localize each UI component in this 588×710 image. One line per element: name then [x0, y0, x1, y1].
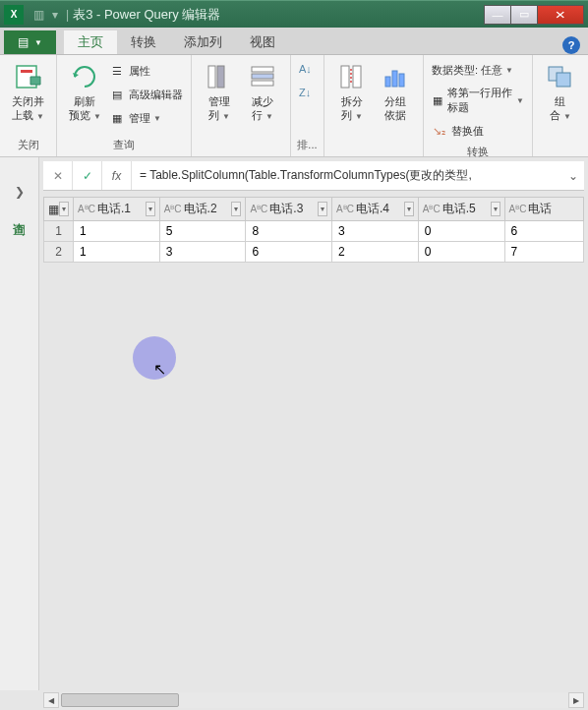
svg-rect-3	[217, 66, 224, 88]
svg-rect-5	[252, 74, 273, 79]
tab-transform[interactable]: 转换	[117, 30, 170, 54]
formula-bar: ✕ ✓ fx = Table.SplitColumn(Table.Transfo…	[43, 161, 584, 191]
data-grid-area: ▦▾ AᴮC电话.1▾ AᴮC电话.2▾ AᴮC电话.3▾ AᴮC电话.4▾ A…	[43, 197, 584, 690]
cell[interactable]: 7	[504, 242, 583, 263]
formula-input[interactable]: = Table.SplitColumn(Table.TransformColum…	[132, 167, 562, 184]
replace-values-button[interactable]: ↘₂替换值	[432, 121, 524, 141]
refresh-preview-button[interactable]: 刷新 预览▼	[63, 59, 107, 125]
close-load-icon	[13, 61, 44, 92]
corner-dropdown[interactable]: ▾	[59, 202, 69, 216]
cell[interactable]: 3	[159, 242, 246, 263]
split-column-button[interactable]: 拆分 列▼	[330, 59, 374, 125]
header-row-icon: ▦	[432, 92, 443, 108]
scroll-right-button[interactable]: ▶	[568, 692, 584, 708]
excel-app-icon: X	[4, 5, 24, 25]
group-by-button[interactable]: 分组 依据	[374, 59, 417, 125]
document-name: 表3	[73, 6, 92, 24]
svg-rect-13	[557, 73, 570, 87]
formula-cancel-button[interactable]: ✕	[43, 161, 73, 190]
svg-rect-9	[385, 77, 390, 87]
maximize-button[interactable]: ▭	[510, 5, 538, 25]
properties-icon: ☰	[109, 63, 125, 79]
minimize-button[interactable]: —	[484, 5, 511, 25]
use-first-row-header-button[interactable]: ▦将第一行用作标题▼	[432, 84, 524, 117]
svg-rect-1	[21, 70, 32, 73]
cell[interactable]: 1	[74, 221, 160, 242]
column-header[interactable]: AᴮC电话.4▾	[332, 198, 419, 221]
tab-home[interactable]: 主页	[64, 30, 117, 54]
chevron-down-icon: ▼	[355, 112, 363, 121]
data-grid[interactable]: ▦▾ AᴮC电话.1▾ AᴮC电话.2▾ AᴮC电话.3▾ AᴮC电话.4▾ A…	[43, 197, 584, 263]
type-text-icon: AᴮC	[336, 204, 354, 214]
horizontal-scrollbar[interactable]: ◀ ▶	[43, 692, 584, 708]
combine-icon	[545, 61, 576, 92]
chevron-down-icon: ▼	[153, 114, 161, 123]
column-header[interactable]: AᴮC电话	[504, 198, 583, 221]
type-text-icon: AᴮC	[250, 204, 267, 214]
properties-button[interactable]: ☰属性	[109, 61, 183, 81]
row-number[interactable]: 1	[44, 221, 74, 242]
file-menu[interactable]: ▤▼	[4, 30, 56, 54]
type-text-icon: AᴮC	[164, 204, 182, 214]
svg-rect-10	[392, 71, 397, 87]
scroll-thumb[interactable]	[61, 693, 179, 707]
help-icon[interactable]: ?	[562, 36, 580, 54]
close-and-load-button[interactable]: 关闭并 上载▼	[6, 59, 50, 125]
type-text-icon: AᴮC	[509, 204, 527, 214]
cell[interactable]: 1	[74, 242, 160, 263]
column-filter-button[interactable]: ▾	[404, 202, 414, 216]
row-number[interactable]: 2	[44, 242, 74, 263]
close-button[interactable]: ✕	[537, 5, 584, 25]
column-header[interactable]: AᴮC电话.1▾	[74, 198, 160, 221]
svg-rect-6	[252, 81, 273, 86]
fx-icon[interactable]: fx	[102, 161, 132, 190]
svg-rect-11	[399, 74, 404, 87]
column-filter-button[interactable]: ▾	[231, 202, 241, 216]
ribbon-tabbar: ▤▼ 主页 转换 添加列 视图 ?	[0, 28, 588, 55]
column-header[interactable]: AᴮC电话.3▾	[246, 198, 332, 221]
group-label-query: 查询	[63, 136, 185, 156]
chevron-down-icon: ▼	[93, 112, 101, 121]
cell[interactable]: 0	[418, 221, 504, 242]
group-label-transform: 转换	[430, 143, 526, 163]
svg-rect-4	[252, 67, 273, 72]
manage-columns-button[interactable]: 管理 列▼	[198, 59, 241, 125]
cell[interactable]: 2	[332, 242, 419, 263]
data-type-button[interactable]: 数据类型: 任意▼	[432, 61, 524, 80]
manage-button[interactable]: ▦管理▼	[109, 108, 183, 128]
tab-add-column[interactable]: 添加列	[170, 30, 236, 54]
cell[interactable]: 6	[504, 221, 583, 242]
grid-corner[interactable]: ▦▾	[44, 198, 74, 221]
column-filter-button[interactable]: ▾	[318, 202, 327, 216]
formula-accept-button[interactable]: ✓	[73, 161, 102, 190]
app-name: Power Query 编辑器	[104, 6, 220, 24]
combine-button[interactable]: 组 合▼	[539, 59, 582, 125]
column-filter-button[interactable]: ▾	[491, 202, 500, 216]
table-row[interactable]: 2 1 3 6 2 0 7	[44, 242, 584, 263]
replace-icon: ↘₂	[432, 123, 447, 139]
cell[interactable]: 0	[418, 242, 504, 263]
reduce-rows-button[interactable]: 减少 行▼	[241, 59, 284, 125]
scroll-left-button[interactable]: ◀	[43, 692, 59, 708]
cell[interactable]: 3	[332, 221, 419, 242]
cell[interactable]: 5	[159, 221, 246, 242]
scroll-track[interactable]	[59, 692, 568, 708]
type-text-icon: AᴮC	[423, 204, 441, 214]
advanced-editor-button[interactable]: ▤高级编辑器	[109, 85, 183, 104]
tab-view[interactable]: 视图	[236, 30, 289, 54]
chevron-down-icon: ▼	[516, 96, 524, 105]
cell[interactable]: 6	[246, 242, 332, 263]
editor-icon: ▤	[109, 87, 125, 102]
formula-expand-button[interactable]: ⌄	[562, 161, 584, 190]
file-icon: ▤	[18, 35, 29, 49]
column-filter-button[interactable]: ▾	[146, 202, 155, 216]
cell[interactable]: 8	[246, 221, 332, 242]
sort-descending-button[interactable]: Z↓	[299, 85, 312, 100]
expand-queries-button[interactable]: ❯	[15, 185, 25, 199]
chevron-down-icon: ▼	[36, 112, 44, 121]
sort-ascending-button[interactable]: A↓	[299, 61, 312, 77]
column-header[interactable]: AᴮC电话.2▾	[159, 198, 246, 221]
titlebar-sep-icon-2: ▾	[52, 8, 58, 22]
column-header[interactable]: AᴮC电话.5▾	[418, 198, 504, 221]
table-row[interactable]: 1 1 5 8 3 0 6	[44, 221, 584, 242]
